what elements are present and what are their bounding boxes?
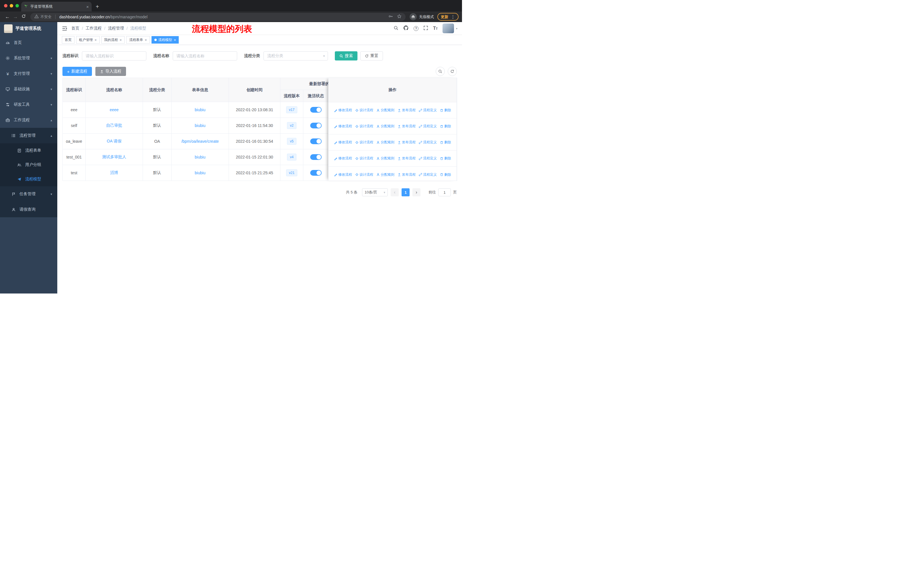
back-button[interactable]: ← [3,14,12,20]
action-design-process[interactable]: 设计流程 [355,124,373,129]
action-edit-process[interactable]: 修改流程 [334,140,352,145]
sidebar-item-system[interactable]: 系统管理 ▾ [0,50,57,66]
font-size-icon[interactable]: TT [433,26,438,31]
address-bar[interactable]: 不安全 dashboard.yudao.iocoder.cn/bpm/manag… [30,13,406,21]
security-warning-icon[interactable] [35,14,39,20]
browser-tab[interactable]: 芋道管理系统 × [21,2,92,12]
sidebar-item-process-management[interactable]: 流程管理 ▴ [0,128,57,143]
next-page-button[interactable]: › [412,189,421,196]
active-toggle[interactable] [310,154,322,160]
action-assign-rule[interactable]: 分配规则 [376,156,394,161]
process-name-input[interactable] [173,51,237,61]
action-design-process[interactable]: 设计流程 [355,108,373,112]
collapse-sidebar-icon[interactable] [62,26,67,31]
window-minimize-button[interactable] [10,4,13,7]
toggle-search-icon[interactable] [436,67,445,76]
action-design-process[interactable]: 设计流程 [355,172,373,177]
url-text[interactable]: dashboard.yudao.iocoder.cn/bpm/manager/m… [59,14,147,20]
tag-process-form[interactable]: 流程表单× [126,36,150,43]
form-info-link[interactable]: biubiu [195,155,205,159]
sidebar-item-task-management[interactable]: 任务管理 ▾ [0,186,57,202]
breadcrumb-item[interactable]: 工作流程 [86,26,102,31]
sidebar-item-payment[interactable]: ¥ 支付管理 ▾ [0,66,57,81]
action-publish-process[interactable]: 发布流程 [398,156,416,161]
form-info-link[interactable]: /bpm/oa/leave/create [181,139,219,144]
sidebar-item-leave-query[interactable]: 请假查询 [0,202,57,217]
action-delete[interactable]: 删除 [440,108,451,112]
window-close-button[interactable] [4,4,7,7]
browser-menu-kebab-icon[interactable]: ⋮ [451,14,455,20]
create-process-button[interactable]: + 新建流程 [63,67,92,76]
action-delete[interactable]: 删除 [440,156,451,161]
sidebar-item-process-model[interactable]: 流程模型 [0,172,57,186]
action-design-process[interactable]: 设计流程 [355,140,373,145]
sidebar-item-user-group[interactable]: 用户分组 [0,158,57,172]
category-select[interactable]: 流程分类 ▾ [264,51,328,61]
app-logo[interactable]: 芋道管理系统 [0,22,57,35]
form-info-link[interactable]: biubiu [195,123,205,128]
tag-tenant[interactable]: 租户管理× [76,36,100,43]
goto-page-input[interactable] [438,189,451,196]
prev-page-button[interactable]: ‹ [391,189,399,196]
form-info-link[interactable]: biubiu [195,170,205,175]
breadcrumb-item[interactable]: 流程管理 [108,26,124,31]
process-name-link[interactable]: eeee [110,107,119,112]
active-toggle[interactable] [310,123,322,128]
action-edit-process[interactable]: 修改流程 [334,172,352,177]
process-name-link[interactable]: 自己审批 [106,123,122,127]
security-label[interactable]: 不安全 [40,14,51,20]
action-process-definition[interactable]: 流程定义 [419,140,437,145]
tag-home[interactable]: 首页 [62,36,74,43]
action-assign-rule[interactable]: 分配规则 [376,108,394,112]
search-icon[interactable] [394,25,398,31]
action-publish-process[interactable]: 发布流程 [398,108,416,112]
reset-button[interactable]: 重置 [360,51,383,61]
refresh-icon[interactable] [448,67,457,76]
close-icon[interactable]: × [145,38,147,42]
sidebar-item-infra[interactable]: 基础设施 ▾ [0,81,57,97]
close-icon[interactable]: × [94,38,97,42]
password-key-icon[interactable] [388,14,393,20]
breadcrumb-item[interactable]: 首页 [71,26,79,31]
action-edit-process[interactable]: 修改流程 [334,108,352,112]
action-edit-process[interactable]: 修改流程 [334,156,352,161]
action-assign-rule[interactable]: 分配规则 [376,172,394,177]
process-name-link[interactable]: 测试多审批人 [102,154,126,159]
bookmark-star-icon[interactable] [397,14,402,20]
incognito-badge[interactable]: 无痕模式 [409,13,434,20]
fullscreen-icon[interactable] [423,25,428,31]
action-assign-rule[interactable]: 分配规则 [376,124,394,129]
sidebar-item-workflow[interactable]: 工作流程 ▴ [0,112,57,128]
page-number-button[interactable]: 1 [402,189,409,196]
action-publish-process[interactable]: 发布流程 [398,140,416,145]
update-button[interactable]: 更新 ⋮ [437,13,459,21]
active-toggle[interactable] [310,107,322,112]
action-process-definition[interactable]: 流程定义 [419,172,437,177]
sidebar-item-process-form[interactable]: 流程表单 [0,143,57,158]
process-key-input[interactable] [82,51,146,61]
search-button[interactable]: 搜索 [335,51,358,61]
action-delete[interactable]: 删除 [440,140,451,145]
tab-close-icon[interactable]: × [86,4,89,9]
sidebar-item-devtools[interactable]: 研发工具 ▾ [0,97,57,112]
action-design-process[interactable]: 设计流程 [355,156,373,161]
process-name-link[interactable]: OA 请假 [107,139,121,143]
github-icon[interactable] [403,25,409,32]
sidebar-item-home[interactable]: 首页 [0,35,57,50]
action-edit-process[interactable]: 修改流程 [334,124,352,129]
action-assign-rule[interactable]: 分配规则 [376,140,394,145]
active-toggle[interactable] [310,170,322,176]
action-process-definition[interactable]: 流程定义 [419,156,437,161]
import-process-button[interactable]: 导入流程 [96,67,126,76]
help-icon[interactable]: ? [414,26,419,31]
close-icon[interactable]: × [174,38,176,42]
action-publish-process[interactable]: 发布流程 [398,172,416,177]
action-publish-process[interactable]: 发布流程 [398,124,416,129]
action-process-definition[interactable]: 流程定义 [419,108,437,112]
page-size-select[interactable]: 10条/页 ▾ [362,189,388,196]
action-delete[interactable]: 删除 [440,172,451,177]
tag-my-process[interactable]: 我的流程× [101,36,125,43]
new-tab-button[interactable]: + [96,4,99,10]
form-info-link[interactable]: biubiu [195,107,205,112]
active-toggle[interactable] [310,139,322,144]
